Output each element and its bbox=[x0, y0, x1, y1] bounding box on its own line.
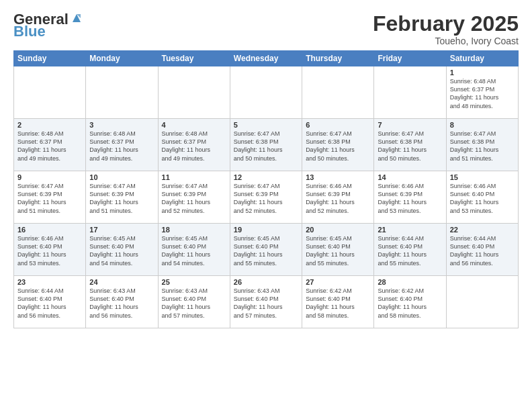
col-sunday: Sunday bbox=[14, 51, 86, 66]
day-info: Sunrise: 6:48 AM Sunset: 6:37 PM Dayligh… bbox=[89, 130, 154, 163]
calendar-cell: 10Sunrise: 6:47 AM Sunset: 6:39 PM Dayli… bbox=[86, 171, 158, 224]
day-info: Sunrise: 6:46 AM Sunset: 6:39 PM Dayligh… bbox=[306, 182, 370, 215]
day-info: Sunrise: 6:47 AM Sunset: 6:38 PM Dayligh… bbox=[450, 130, 515, 163]
day-number: 28 bbox=[378, 278, 442, 286]
day-info: Sunrise: 6:42 AM Sunset: 6:40 PM Dayligh… bbox=[378, 287, 442, 320]
day-number: 18 bbox=[162, 226, 226, 234]
calendar-cell: 14Sunrise: 6:46 AM Sunset: 6:39 PM Dayli… bbox=[374, 171, 446, 224]
calendar-cell: 4Sunrise: 6:48 AM Sunset: 6:37 PM Daylig… bbox=[158, 119, 230, 171]
calendar-cell: 8Sunrise: 6:47 AM Sunset: 6:38 PM Daylig… bbox=[446, 119, 518, 171]
calendar-cell: 13Sunrise: 6:46 AM Sunset: 6:39 PM Dayli… bbox=[302, 171, 374, 224]
calendar-cell bbox=[446, 276, 518, 328]
day-number: 23 bbox=[17, 278, 82, 286]
day-info: Sunrise: 6:46 AM Sunset: 6:40 PM Dayligh… bbox=[450, 182, 515, 215]
day-number: 24 bbox=[89, 278, 154, 286]
day-number: 22 bbox=[450, 226, 515, 234]
page: General Blue February 2025 Toueho, Ivory… bbox=[0, 0, 532, 411]
col-tuesday: Tuesday bbox=[158, 51, 230, 66]
day-info: Sunrise: 6:47 AM Sunset: 6:39 PM Dayligh… bbox=[234, 182, 298, 215]
col-wednesday: Wednesday bbox=[230, 51, 302, 66]
calendar: Sunday Monday Tuesday Wednesday Thursday… bbox=[13, 50, 519, 328]
col-monday: Monday bbox=[86, 51, 158, 66]
calendar-cell: 9Sunrise: 6:47 AM Sunset: 6:39 PM Daylig… bbox=[14, 171, 86, 224]
col-friday: Friday bbox=[374, 51, 446, 66]
col-thursday: Thursday bbox=[302, 51, 374, 66]
month-title: February 2025 bbox=[373, 12, 519, 36]
day-info: Sunrise: 6:47 AM Sunset: 6:38 PM Dayligh… bbox=[378, 130, 442, 163]
day-number: 19 bbox=[234, 226, 298, 234]
calendar-header-row: Sunday Monday Tuesday Wednesday Thursday… bbox=[14, 51, 519, 66]
calendar-cell bbox=[14, 66, 86, 119]
calendar-week-5: 23Sunrise: 6:44 AM Sunset: 6:40 PM Dayli… bbox=[14, 276, 519, 328]
calendar-week-2: 2Sunrise: 6:48 AM Sunset: 6:37 PM Daylig… bbox=[14, 119, 519, 171]
day-number: 8 bbox=[450, 121, 515, 129]
calendar-cell: 3Sunrise: 6:48 AM Sunset: 6:37 PM Daylig… bbox=[86, 119, 158, 171]
day-number: 15 bbox=[450, 173, 515, 181]
day-info: Sunrise: 6:47 AM Sunset: 6:39 PM Dayligh… bbox=[89, 182, 154, 215]
day-info: Sunrise: 6:47 AM Sunset: 6:39 PM Dayligh… bbox=[17, 182, 82, 215]
day-info: Sunrise: 6:48 AM Sunset: 6:37 PM Dayligh… bbox=[162, 130, 226, 163]
calendar-cell: 11Sunrise: 6:47 AM Sunset: 6:39 PM Dayli… bbox=[158, 171, 230, 224]
calendar-cell: 20Sunrise: 6:45 AM Sunset: 6:40 PM Dayli… bbox=[302, 224, 374, 276]
day-number: 16 bbox=[17, 226, 82, 234]
calendar-week-1: 1Sunrise: 6:48 AM Sunset: 6:37 PM Daylig… bbox=[14, 66, 519, 119]
day-info: Sunrise: 6:44 AM Sunset: 6:40 PM Dayligh… bbox=[450, 234, 515, 267]
day-info: Sunrise: 6:45 AM Sunset: 6:40 PM Dayligh… bbox=[89, 234, 154, 267]
day-info: Sunrise: 6:43 AM Sunset: 6:40 PM Dayligh… bbox=[162, 287, 226, 320]
day-number: 27 bbox=[306, 278, 370, 286]
day-number: 25 bbox=[162, 278, 226, 286]
day-info: Sunrise: 6:43 AM Sunset: 6:40 PM Dayligh… bbox=[89, 287, 154, 320]
day-number: 17 bbox=[89, 226, 154, 234]
day-number: 26 bbox=[234, 278, 298, 286]
calendar-week-3: 9Sunrise: 6:47 AM Sunset: 6:39 PM Daylig… bbox=[14, 171, 519, 224]
calendar-cell: 19Sunrise: 6:45 AM Sunset: 6:40 PM Dayli… bbox=[230, 224, 302, 276]
calendar-cell: 2Sunrise: 6:48 AM Sunset: 6:37 PM Daylig… bbox=[14, 119, 86, 171]
calendar-cell: 12Sunrise: 6:47 AM Sunset: 6:39 PM Dayli… bbox=[230, 171, 302, 224]
logo: General Blue bbox=[13, 12, 83, 39]
calendar-cell: 7Sunrise: 6:47 AM Sunset: 6:38 PM Daylig… bbox=[374, 119, 446, 171]
calendar-cell bbox=[374, 66, 446, 119]
calendar-cell bbox=[86, 66, 158, 119]
day-number: 13 bbox=[306, 173, 370, 181]
day-info: Sunrise: 6:48 AM Sunset: 6:37 PM Dayligh… bbox=[450, 77, 515, 110]
day-number: 20 bbox=[306, 226, 370, 234]
calendar-cell: 23Sunrise: 6:44 AM Sunset: 6:40 PM Dayli… bbox=[14, 276, 86, 328]
calendar-cell: 1Sunrise: 6:48 AM Sunset: 6:37 PM Daylig… bbox=[446, 66, 518, 119]
day-number: 12 bbox=[234, 173, 298, 181]
day-number: 3 bbox=[89, 121, 154, 129]
day-number: 2 bbox=[17, 121, 82, 129]
calendar-cell: 28Sunrise: 6:42 AM Sunset: 6:40 PM Dayli… bbox=[374, 276, 446, 328]
day-number: 10 bbox=[89, 173, 154, 181]
title-area: February 2025 Toueho, Ivory Coast bbox=[373, 12, 519, 46]
day-number: 9 bbox=[17, 173, 82, 181]
day-info: Sunrise: 6:44 AM Sunset: 6:40 PM Dayligh… bbox=[378, 234, 442, 267]
day-info: Sunrise: 6:46 AM Sunset: 6:39 PM Dayligh… bbox=[378, 182, 442, 215]
calendar-cell: 25Sunrise: 6:43 AM Sunset: 6:40 PM Dayli… bbox=[158, 276, 230, 328]
calendar-cell: 24Sunrise: 6:43 AM Sunset: 6:40 PM Dayli… bbox=[86, 276, 158, 328]
day-info: Sunrise: 6:48 AM Sunset: 6:37 PM Dayligh… bbox=[17, 130, 82, 163]
calendar-cell: 17Sunrise: 6:45 AM Sunset: 6:40 PM Dayli… bbox=[86, 224, 158, 276]
col-saturday: Saturday bbox=[446, 51, 518, 66]
calendar-cell bbox=[302, 66, 374, 119]
calendar-cell: 26Sunrise: 6:43 AM Sunset: 6:40 PM Dayli… bbox=[230, 276, 302, 328]
header: General Blue February 2025 Toueho, Ivory… bbox=[13, 12, 519, 46]
calendar-cell bbox=[158, 66, 230, 119]
day-info: Sunrise: 6:45 AM Sunset: 6:40 PM Dayligh… bbox=[306, 234, 370, 267]
logo-blue: Blue bbox=[13, 24, 46, 39]
calendar-cell: 18Sunrise: 6:45 AM Sunset: 6:40 PM Dayli… bbox=[158, 224, 230, 276]
calendar-cell: 27Sunrise: 6:42 AM Sunset: 6:40 PM Dayli… bbox=[302, 276, 374, 328]
day-number: 5 bbox=[234, 121, 298, 129]
calendar-cell bbox=[230, 66, 302, 119]
day-number: 7 bbox=[378, 121, 442, 129]
day-info: Sunrise: 6:45 AM Sunset: 6:40 PM Dayligh… bbox=[234, 234, 298, 267]
day-info: Sunrise: 6:47 AM Sunset: 6:39 PM Dayligh… bbox=[162, 182, 226, 215]
day-number: 4 bbox=[162, 121, 226, 129]
logo-icon bbox=[70, 11, 83, 25]
day-info: Sunrise: 6:47 AM Sunset: 6:38 PM Dayligh… bbox=[234, 130, 298, 163]
day-number: 6 bbox=[306, 121, 370, 129]
day-number: 1 bbox=[450, 68, 515, 77]
day-number: 21 bbox=[378, 226, 442, 234]
location: Toueho, Ivory Coast bbox=[373, 36, 519, 46]
day-info: Sunrise: 6:44 AM Sunset: 6:40 PM Dayligh… bbox=[17, 287, 82, 320]
day-number: 11 bbox=[162, 173, 226, 181]
